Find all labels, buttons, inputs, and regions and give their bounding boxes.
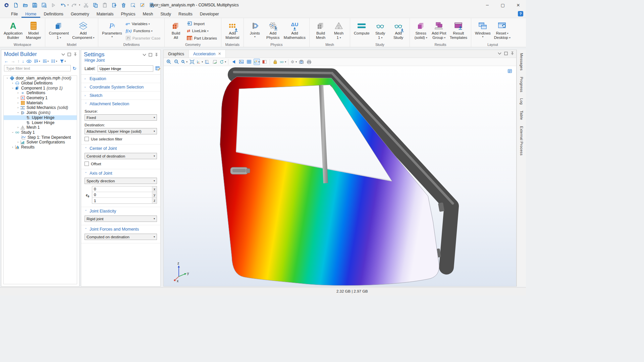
direction-x-input[interactable] [92,186,152,192]
go-to-default-view-icon[interactable] [197,59,203,65]
parameter-case-button[interactable]: Pi Parameter Case [124,35,162,42]
zoom-out-icon[interactable] [173,59,180,65]
label-input[interactable] [98,65,153,72]
paste-icon[interactable] [101,1,108,9]
parameters-button[interactable]: Pi Parameters ▾ [101,19,123,42]
zoom-in-icon[interactable] [166,59,172,65]
section-sketch[interactable]: ›Sketch [81,92,160,100]
open-file-icon[interactable] [21,1,29,9]
tab-geometry[interactable]: Geometry [67,11,93,18]
add-material-button[interactable]: Add Material [224,19,241,42]
stress-solid-button[interactable]: Stress (solid) [413,19,429,42]
save-as-icon[interactable] [40,1,48,9]
tree-item-lower-hinge[interactable]: Lower Hinge [4,120,77,125]
dock-tab-external-process[interactable]: External Process [520,126,524,156]
tab-file[interactable]: File [7,11,21,18]
help-icon[interactable]: ? [518,11,523,16]
nav-back-icon[interactable]: ← [4,59,8,64]
result-templates-button[interactable]: Result Templates [449,19,468,42]
select-box-icon[interactable] [129,1,137,9]
windows-button[interactable]: Windows ▾ [474,19,492,42]
tree-filter-input[interactable] [4,65,71,71]
section-axis-header[interactable]: ›Axis of Joint [81,169,160,177]
tab-study[interactable]: Study [157,11,175,18]
build-mesh-button[interactable]: Build Mesh [312,19,329,42]
tree-item-step-1[interactable]: Step 1: Time Dependent [4,135,77,140]
redo-caret-icon[interactable]: ▾ [79,4,80,6]
panel-menu-icon[interactable] [143,53,146,57]
view-xy-plane-icon[interactable] [204,59,211,65]
add-component-button[interactable]: Add Component [71,19,95,42]
undo-icon[interactable] [59,1,66,9]
dock-tab-messages[interactable]: Messages [520,53,524,71]
livelink-button[interactable]: ⇄ LiveLink [185,27,218,34]
copy-icon[interactable] [92,1,99,9]
center-of-joint-dropdown[interactable]: Centroid of destination▾ [85,153,157,159]
plot-settings-icon[interactable] [290,59,297,65]
add-plot-group-button[interactable]: Add Plot Group [431,19,447,42]
joint-elasticity-dropdown[interactable]: Rigid joint▾ [85,216,157,222]
section-center-header[interactable]: ›Center of Joint [81,144,160,153]
tab-physics[interactable]: Physics [117,11,139,18]
show-icon[interactable] [26,60,32,63]
build-all-button[interactable]: Build All [167,19,184,42]
joints-button[interactable]: Joints ▾ [247,19,263,42]
close-button[interactable]: ✕ [511,0,526,10]
clipboard-tool-icon[interactable] [507,69,512,74]
tree-item-joints[interactable]: › Joints(joints) [4,110,77,115]
dock-tab-log[interactable]: Log [520,98,524,105]
reset-desktop-button[interactable]: Reset Desktop [493,19,512,42]
panel-float-icon[interactable] [149,53,152,57]
tab-definitions[interactable]: Definitions [40,11,67,18]
duplicate-icon[interactable] [110,1,118,9]
graphics-view[interactable]: z y x [164,66,516,286]
minimize-button[interactable]: ─ [480,0,495,10]
print-icon[interactable] [306,59,312,65]
model-manager-button[interactable]: Model Manager [25,19,42,42]
show-material-color-icon[interactable] [230,59,237,65]
add-physics-button[interactable]: Add Physics [265,19,281,42]
zoom-box-icon[interactable] [181,59,187,65]
direction-y-input[interactable] [92,192,152,197]
camera-icon[interactable] [298,59,305,65]
tab-mesh[interactable]: Mesh [139,11,157,18]
dock-tab-progress[interactable]: Progress [520,77,524,92]
compute-button[interactable]: Compute [353,19,371,42]
panel-pin-icon[interactable] [155,53,158,57]
maximize-button[interactable]: ▢ [495,0,511,10]
panel-float-icon[interactable] [504,52,508,55]
panel-pin-icon[interactable] [73,53,77,56]
close-tab-icon[interactable]: ✕ [218,52,221,56]
show-grid-icon[interactable] [246,59,252,65]
section-equation[interactable]: ›Equation [81,75,160,83]
tree-item-definitions[interactable]: ›≡ Definitions [4,90,77,96]
tab-results[interactable]: Results [175,11,196,18]
study-1-button[interactable]: Study 1 [372,19,389,42]
panel-float-icon[interactable] [67,53,71,56]
update-view-icon[interactable] [220,59,226,65]
functions-button[interactable]: f(x) Functions [124,27,162,34]
destination-dropdown[interactable]: Attachment: Upper Hinge (solid)▾ [85,128,157,134]
variables-button[interactable]: a= Variables [124,20,162,27]
mesh-1-button[interactable]: Mesh 1 [330,19,347,42]
move-up-icon[interactable]: ↑ [17,59,20,64]
component-1-button[interactable]: Component 1 [48,19,70,42]
tab-graphics-window[interactable]: Graphics [164,50,189,58]
part-libraries-button[interactable]: Part Libraries [185,35,218,42]
expand-all-icon[interactable] [43,59,49,63]
add-study-button[interactable]: Add Study [390,19,407,42]
tree-item-geometry-1[interactable]: ›A Geometry 1 [4,96,77,101]
section-forces-header[interactable]: ›Joint Forces and Moments [81,225,160,233]
tab-acceleration-window[interactable]: Acceleration✕ [189,50,226,58]
tree-item-solver-configurations[interactable]: › Solver Configurations [4,140,77,145]
zoom-extents-icon[interactable] [189,59,195,65]
delete-icon[interactable] [120,1,127,9]
source-dropdown[interactable]: Fixed▾ [85,114,157,121]
cut-icon[interactable] [82,1,90,9]
tab-materials[interactable]: Materials [93,11,117,18]
filter-icon[interactable] [60,59,66,63]
select-study-icon[interactable] [280,59,286,65]
scene-light-icon[interactable] [254,59,260,65]
direction-z-input[interactable] [92,198,152,203]
move-down-icon[interactable]: ↓ [22,59,24,64]
